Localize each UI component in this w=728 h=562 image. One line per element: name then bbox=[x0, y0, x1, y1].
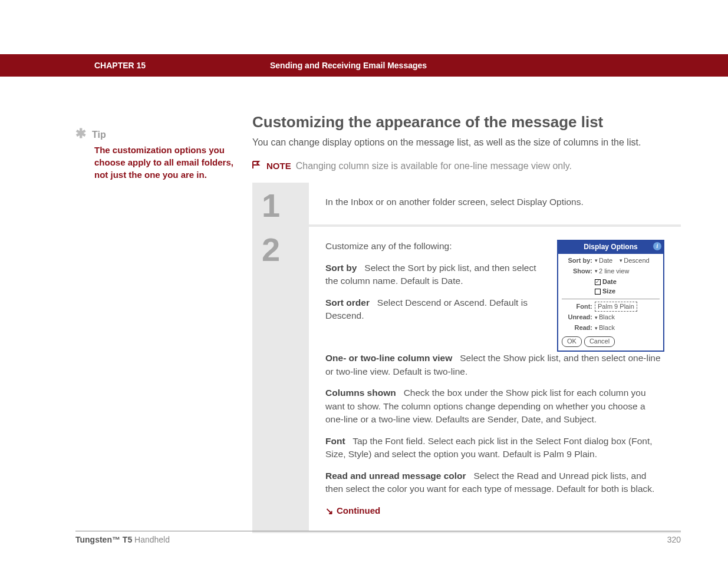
product-name: Tungsten™ T5 Handheld bbox=[75, 535, 170, 544]
palm-sortby-label: Sort by: bbox=[562, 256, 592, 266]
step-2-body: Customize any of the following: Sort by … bbox=[309, 227, 681, 530]
column-view-label: One- or two-line column view bbox=[325, 353, 452, 363]
sort-order-paragraph: Sort order Select Descend or Ascend. Def… bbox=[325, 296, 545, 323]
palm-read-label: Read: bbox=[562, 323, 592, 333]
column-view-paragraph: One- or two-line column view Select the … bbox=[325, 352, 664, 378]
note-text: Changing column size is available for on… bbox=[296, 161, 572, 171]
tip-asterisk-icon: ✱ bbox=[75, 126, 86, 141]
palm-font-label: Font: bbox=[562, 302, 592, 312]
palm-dialog-title: Display Options i bbox=[558, 241, 663, 253]
palm-display-options-dialog: Display Options i Sort by: Date Descend bbox=[557, 240, 664, 352]
sort-by-paragraph: Sort by Select the Sort by pick list, an… bbox=[325, 262, 545, 288]
checkbox-checked-icon[interactable]: ✓ bbox=[595, 279, 601, 285]
palm-sortorder-picklist[interactable]: Descend bbox=[620, 256, 649, 266]
palm-cancel-button[interactable]: Cancel bbox=[584, 336, 615, 347]
note-flag-icon bbox=[252, 160, 262, 172]
palm-size-checkbox-row[interactable]: Size bbox=[595, 287, 660, 296]
palm-show-label: Show: bbox=[562, 267, 592, 276]
palm-unread-label: Unread: bbox=[562, 313, 592, 322]
note-label: NOTE bbox=[266, 161, 291, 171]
step-1-text: In the Inbox or on another folder screen… bbox=[325, 197, 584, 207]
columns-shown-label: Columns shown bbox=[325, 388, 396, 398]
font-label: Font bbox=[325, 436, 345, 446]
read-color-label: Read and unread message color bbox=[325, 471, 466, 481]
step-1: 1 In the Inbox or on another folder scre… bbox=[252, 183, 681, 227]
sort-by-text: Select the Sort by pick list, and then s… bbox=[325, 263, 536, 286]
chapter-label: CHAPTER 15 bbox=[94, 61, 270, 70]
palm-divider bbox=[562, 299, 660, 299]
palm-font-field[interactable]: Palm 9 Plain bbox=[595, 302, 637, 312]
font-paragraph: Font Tap the Font field. Select each pic… bbox=[325, 435, 664, 461]
step-2-lead: Customize any of the following: bbox=[325, 240, 545, 253]
product-name-bold: Tungsten™ T5 bbox=[75, 535, 132, 544]
palm-size-label: Size bbox=[602, 287, 615, 296]
note-row: NOTE Changing column size is available f… bbox=[252, 160, 681, 172]
font-text: Tap the Font field. Select each pick lis… bbox=[325, 436, 653, 459]
sort-by-label: Sort by bbox=[325, 263, 357, 273]
main-content: Customizing the appearance of the messag… bbox=[252, 113, 681, 533]
step-number-2: 2 bbox=[252, 227, 309, 530]
palm-dialog-title-text: Display Options bbox=[584, 243, 637, 251]
steps-container: 1 In the Inbox or on another folder scre… bbox=[252, 183, 681, 533]
palm-ok-button[interactable]: OK bbox=[562, 336, 582, 347]
tip-sidebar: ✱ Tip The customization options you choo… bbox=[75, 113, 235, 533]
palm-date-checkbox-row[interactable]: ✓ Date bbox=[595, 277, 660, 287]
tip-body: The customization options you choose app… bbox=[94, 144, 235, 181]
page-number: 320 bbox=[667, 535, 681, 544]
page-title: Customizing the appearance of the messag… bbox=[252, 113, 681, 131]
step-number-1: 1 bbox=[252, 183, 309, 224]
columns-shown-paragraph: Columns shown Check the box under the Sh… bbox=[325, 386, 664, 426]
intro-text: You can change display options on the me… bbox=[252, 136, 681, 149]
sort-order-label: Sort order bbox=[325, 297, 370, 308]
palm-show-picklist[interactable]: 2 line view bbox=[595, 267, 629, 276]
continued-arrow-icon: ↘ bbox=[325, 504, 333, 518]
checkbox-unchecked-icon[interactable] bbox=[595, 289, 601, 295]
page-footer: Tungsten™ T5 Handheld 320 bbox=[75, 531, 681, 544]
product-name-light: Handheld bbox=[132, 535, 170, 544]
continued-row: ↘ Continued bbox=[325, 504, 664, 518]
continued-label: Continued bbox=[337, 504, 380, 517]
palm-date-label: Date bbox=[602, 277, 617, 287]
palm-unread-picklist[interactable]: Black bbox=[595, 313, 615, 322]
palm-sortby-picklist[interactable]: Date bbox=[595, 256, 612, 266]
chapter-header-band: CHAPTER 15 Sending and Receiving Email M… bbox=[0, 54, 728, 77]
step-2: 2 Customize any of the following: Sort b… bbox=[252, 227, 681, 533]
info-icon[interactable]: i bbox=[653, 242, 661, 250]
read-color-paragraph: Read and unread message color Select the… bbox=[325, 470, 664, 496]
palm-read-picklist[interactable]: Black bbox=[595, 323, 615, 333]
tip-label: Tip bbox=[92, 130, 106, 140]
section-title: Sending and Receiving Email Messages bbox=[270, 61, 427, 70]
step-1-body: In the Inbox or on another folder screen… bbox=[309, 183, 681, 224]
